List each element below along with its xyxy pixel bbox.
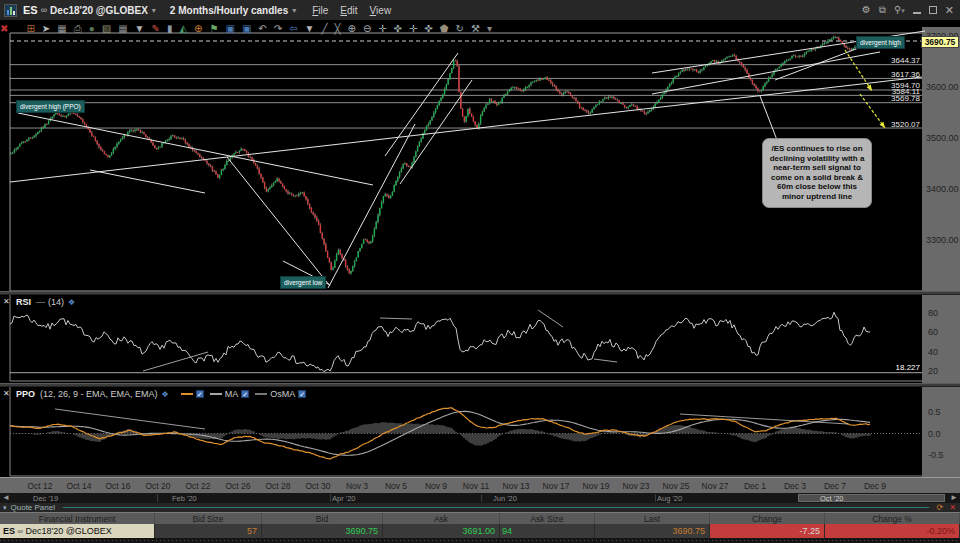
analyst-annotation-note[interactable]: /ES continues to rise on declining volat… [762,138,872,208]
pin-icon[interactable]: ⚲▾ [894,5,905,16]
rsi-line [10,312,870,371]
legend-checkbox[interactable]: ✓ [298,390,306,398]
date-tick-label: Nov 25 [656,481,696,491]
menu-view[interactable]: View [370,5,392,16]
more-dropdown-icon[interactable]: ▾ [487,23,492,35]
panel-blue2-icon[interactable]: ▣ [242,23,251,35]
rotate-icon[interactable]: ↻ [456,23,464,35]
move-v-icon[interactable]: ✜ [424,23,432,35]
quote-close-icon[interactable]: ✕ [949,503,956,512]
legend-checkbox[interactable]: ✓ [241,390,249,398]
column-header-ask-size[interactable]: Ask Size [500,513,595,524]
date-tick-label: Dec 7 [815,481,855,491]
rsi-indicator-panel[interactable]: 8060402018.227 ✕ RSI — (14) ❖ [0,295,960,383]
axis-label: 3644.37 [891,56,920,65]
date-tick-label: Nov 19 [576,481,616,491]
trendline-tool-icon[interactable]: ╱ [321,23,327,35]
cursor-icon[interactable]: ➤ [42,23,50,35]
link-icon[interactable]: ⧉ [879,5,886,15]
close-icon[interactable]: ✕ [945,5,954,15]
settings-gear-icon[interactable]: ⚙ [862,5,871,15]
refresh-icon[interactable]: ⟳ [937,503,944,512]
axis-label: 3600.00 [926,82,959,92]
title-bar: ES ∞ Dec18'20 @GLOBEX ▾ 2 Months/Hourly … [0,0,960,21]
panel-blue-icon[interactable]: ▣ [225,23,234,35]
date-tick-label: Nov 27 [695,481,735,491]
move-h-icon[interactable]: ✛ [409,23,417,35]
main-price-chart[interactable]: 3700.003600.003500.003400.003300.003644.… [0,27,960,293]
axis-label: 3569.78 [891,94,920,103]
ask-cell: 3691.00 [383,524,500,538]
date-tick-label: Dec 9 [855,481,895,491]
quote-table-row[interactable]: ES ∞ Dec18'20 @GLOBEX 57 3690.75 3691.00… [0,524,960,538]
resize-grip[interactable] [0,538,960,543]
flag-icon[interactable]: ⚑ [209,23,218,35]
menu-edit[interactable]: Edit [340,5,357,16]
window-controls: ⚙ ⧉ ⚲▾ ✕ [862,5,954,16]
column-header-bid[interactable]: Bid [262,513,383,524]
date-axis[interactable]: Oct 12Oct 14Oct 16Oct 20Oct 22Oct 26Oct … [0,477,960,493]
time-scrollbar[interactable]: ◄ ► Dec '19Feb '20Apr '20Jun '20Aug '20O… [0,493,960,503]
menu-file[interactable]: File [312,5,328,16]
symbol-label[interactable]: ES [23,4,38,16]
polygon-icon[interactable]: ⬟ [440,23,449,35]
close-chart-icon[interactable]: ✖ [0,23,8,35]
layout-grid-icon[interactable]: ▦ [118,23,127,35]
ppo-settings-icon[interactable]: ❖ [162,390,169,399]
axis-label: 20 [928,366,938,376]
scrollbar-period-label: Feb '20 [172,494,197,503]
redo-icon[interactable]: ↷ [274,23,282,35]
back-icon[interactable]: ⇦ [289,23,297,35]
column-header-ask[interactable]: Ask [383,513,500,524]
zoom-in-icon[interactable]: ⊕ [348,23,356,35]
scroll-right-icon[interactable]: ► [950,493,958,503]
draw-pencil-icon[interactable]: ✎ [151,23,159,35]
style-box-icon[interactable]: ⊞ [26,23,34,35]
interval-dropdown-icon[interactable]: ▼ [135,23,145,35]
layout-icon[interactable]: ▧ [102,23,111,35]
column-header-change[interactable]: Change [710,513,825,524]
divergent-high-ppo-badge[interactable]: divergent high (PPO) [16,100,85,113]
scroll-left-icon[interactable]: ◄ [2,493,10,503]
crosshair-icon[interactable]: ✛ [378,23,386,35]
column-header-bid-size[interactable]: Bid Size [155,513,262,524]
instrument-cell[interactable]: ES ∞ Dec18'20 @GLOBEX [0,524,155,538]
minimize-icon[interactable] [913,7,921,14]
legend-checkbox[interactable]: ✓ [196,390,204,398]
zoom-out-icon[interactable]: ⊖ [363,23,371,35]
filter-dropdown-icon[interactable]: ▼ [305,23,315,35]
quote-panel-divider [63,507,929,508]
interval-dropdown-icon[interactable]: ▾ [292,6,296,15]
tools-icon[interactable]: ⚒ [471,23,480,35]
multiline-tool-icon[interactable]: ╳ [334,23,340,35]
collapse-icon[interactable]: ▾ [3,504,7,512]
volume-bars-icon[interactable]: ▮ [167,23,173,35]
bid-size-cell: 57 [155,524,262,538]
undo-icon[interactable]: ↶ [258,23,266,35]
interval-label[interactable]: 2 Months/Hourly candles [170,5,288,16]
crosshair-lock-icon[interactable]: ✜ [394,23,402,35]
axis-label: 3500.00 [926,133,959,143]
rsi-close-icon[interactable]: ✕ [3,297,10,306]
axis-label: 60 [928,327,938,337]
column-header-last[interactable]: Last [595,513,710,524]
axis-label: 0.0 [928,429,941,439]
divergent-high-badge[interactable]: divergent high [856,36,905,49]
area-chart-icon[interactable]: ◭ [179,23,187,35]
menu-bar: FileEditView [300,5,391,16]
ppo-indicator-panel[interactable]: 0.50.0-0.5 ✕ PPO (12, 26, 9 - EMA, EMA, … [0,387,960,477]
target-icon[interactable]: ⊕ [194,23,202,35]
grid-icon[interactable]: ▦ [57,23,66,35]
print-icon[interactable]: ⎙ [74,23,82,35]
rsi-line-swatch: — [36,297,45,307]
contract-label[interactable]: Dec18'20 @GLOBEX [50,5,148,16]
ppo-close-icon[interactable]: ✕ [3,389,10,398]
maximize-icon[interactable] [929,6,937,14]
axis-label: -0.5 [928,450,944,460]
column-header-financial-instrument[interactable]: Financial Instrument [0,513,155,524]
divergent-low-badge[interactable]: divergent low [280,276,326,289]
pie-icon[interactable]: ● [89,23,95,35]
rsi-settings-icon[interactable]: ❖ [68,298,75,307]
column-header-change-[interactable]: Change % [825,513,960,524]
symbol-dropdown-icon[interactable]: ▾ [152,6,156,15]
